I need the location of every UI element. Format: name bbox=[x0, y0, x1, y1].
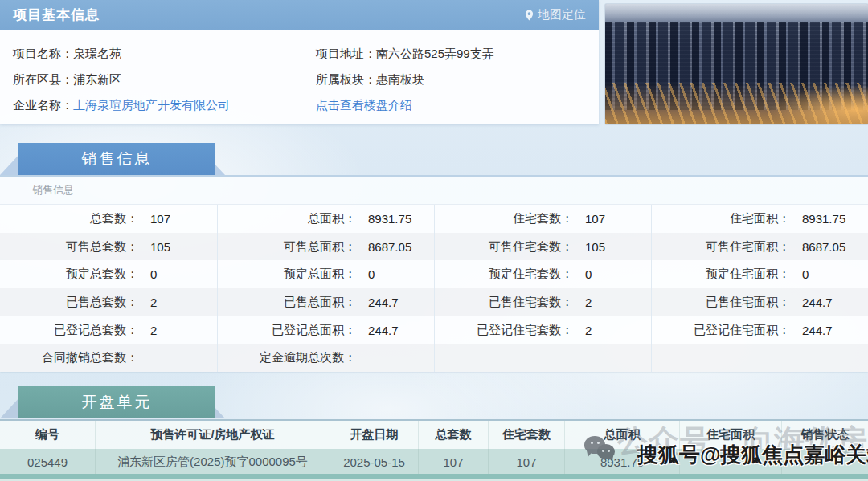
sales-cell: 可售总面积：8687.05 bbox=[217, 233, 434, 261]
cell-label: 可售总套数： bbox=[0, 239, 138, 255]
sales-cell: 预定住宅面积：0 bbox=[651, 260, 868, 288]
cell-value: 8931.75 bbox=[356, 212, 411, 226]
sales-cell: 可售总套数：105 bbox=[0, 233, 217, 261]
sales-cell bbox=[651, 344, 868, 372]
cell-label: 已登记总面积： bbox=[218, 323, 356, 338]
opening-units-section-tab[interactable]: 开盘单元 bbox=[0, 386, 225, 418]
cell-label: 定金逾期总次数： bbox=[218, 350, 356, 365]
cell-label: 已登记住宅面积： bbox=[652, 323, 790, 338]
sales-cell: 已登记总套数：2 bbox=[0, 316, 217, 344]
company-link[interactable]: 上海泉瑄房地产开发有限公司 bbox=[73, 98, 230, 113]
cell-open-date: 2025-05-15 bbox=[330, 449, 418, 475]
sales-cell bbox=[434, 344, 651, 372]
cell-permit: 浦东新区房管(2025)预字0000095号 bbox=[95, 449, 330, 475]
view-intro-link[interactable]: 点击查看楼盘介绍 bbox=[316, 98, 412, 113]
cell-label: 住宅面积： bbox=[652, 211, 790, 226]
city-night-photo bbox=[605, 4, 868, 124]
sales-cell: 已售总面积：244.7 bbox=[217, 288, 434, 316]
field-company: 企业名称： 上海泉瑄房地产开发有限公司 bbox=[13, 92, 301, 118]
cell-value: 0 bbox=[573, 267, 592, 281]
cell-value: 2 bbox=[138, 324, 157, 337]
field-intro: 点击查看楼盘介绍 bbox=[316, 92, 599, 118]
field-label: 企业名称： bbox=[13, 98, 73, 113]
cell-value: 107 bbox=[138, 212, 170, 226]
table-row: 已售总套数：2 已售总面积：244.7 已售住宅套数：2 已售住宅面积：244.… bbox=[0, 288, 868, 316]
cell-value: 107 bbox=[573, 212, 605, 226]
sales-cell: 预定住宅套数：0 bbox=[434, 260, 651, 288]
field-district: 所在区县： 浦东新区 bbox=[13, 67, 301, 92]
field-value: 浦东新区 bbox=[73, 72, 121, 88]
table-row: 合同撤销总套数： 定金逾期总次数： bbox=[0, 344, 868, 372]
cell-label: 已售总套数： bbox=[0, 295, 138, 310]
field-label: 项目地址： bbox=[316, 47, 376, 62]
cell-value: 8687.05 bbox=[356, 240, 411, 254]
project-info-body: 项目名称： 泉璟名苑 所在区县： 浦东新区 企业名称： 上海泉瑄房地产开发有限公… bbox=[0, 30, 599, 124]
sales-cell: 预定总套数：0 bbox=[0, 260, 217, 288]
cell-unit-no: 025449 bbox=[0, 449, 95, 475]
field-label: 所在区县： bbox=[13, 72, 73, 88]
map-locate-button[interactable]: 地图定位 bbox=[525, 7, 586, 22]
sales-cell: 已售住宅面积：244.7 bbox=[651, 288, 868, 316]
column-header: 总套数 bbox=[418, 421, 488, 449]
sales-cell: 已售住宅套数：2 bbox=[434, 288, 651, 316]
cell-label: 可售总面积： bbox=[218, 239, 356, 255]
cell-value: 0 bbox=[790, 267, 809, 281]
cell-value: 105 bbox=[138, 240, 170, 254]
sales-subheader: 销售信息 bbox=[0, 177, 868, 205]
cell-label: 预定住宅套数： bbox=[435, 267, 573, 282]
cell-value: 2 bbox=[573, 324, 592, 337]
sales-cell: 可售住宅面积：8687.05 bbox=[651, 233, 868, 261]
field-address: 项目地址： 南六公路525弄99支弄 bbox=[316, 41, 599, 67]
table-row: 总套数：107 总面积：8931.75 住宅套数：107 住宅面积：8931.7… bbox=[0, 205, 868, 233]
project-info-right-column: 项目地址： 南六公路525弄99支弄 所属板块： 惠南板块 点击查看楼盘介绍 bbox=[301, 30, 599, 124]
map-locate-label: 地图定位 bbox=[538, 7, 586, 22]
cell-label: 住宅套数： bbox=[435, 211, 573, 226]
project-info-left-column: 项目名称： 泉璟名苑 所在区县： 浦东新区 企业名称： 上海泉瑄房地产开发有限公… bbox=[0, 30, 301, 124]
cell-label: 已登记总套数： bbox=[0, 323, 138, 338]
cell-label: 已登记住宅套数： bbox=[435, 323, 573, 338]
sales-cell: 已登记总面积：244.7 bbox=[217, 316, 434, 344]
photo-street-lights bbox=[605, 83, 868, 124]
cell-label: 总套数： bbox=[0, 211, 138, 226]
sales-cell: 住宅面积：8931.75 bbox=[651, 205, 868, 233]
column-header: 开盘日期 bbox=[330, 421, 418, 449]
column-header: 编号 bbox=[0, 421, 95, 449]
cell-sale-status bbox=[781, 449, 868, 475]
cell-label: 合同撤销总套数： bbox=[0, 350, 138, 365]
cell-label: 预定总套数： bbox=[0, 267, 138, 282]
sales-info-table: 总套数：107 总面积：8931.75 住宅套数：107 住宅面积：8931.7… bbox=[0, 205, 868, 372]
sales-cell: 已售总套数：2 bbox=[0, 288, 217, 316]
cell-value: 0 bbox=[138, 267, 157, 281]
table-row: 预定总套数：0 预定总面积：0 预定住宅套数：0 预定住宅面积：0 bbox=[0, 260, 868, 288]
cell-label: 已售总面积： bbox=[218, 295, 356, 310]
cell-label: 预定总面积： bbox=[218, 267, 356, 282]
table-row: 可售总套数：105 可售总面积：8687.05 可售住宅套数：105 可售住宅面… bbox=[0, 233, 868, 261]
column-header: 总面积 bbox=[564, 421, 679, 449]
field-sector: 所属板块： 惠南板块 bbox=[316, 67, 599, 92]
column-header: 销售状态 bbox=[781, 421, 868, 449]
table-row: 已登记总套数：2 已登记总面积：244.7 已登记住宅套数：2 已登记住宅面积：… bbox=[0, 316, 868, 344]
sales-cell: 定金逾期总次数： bbox=[217, 344, 434, 372]
field-project-name: 项目名称： 泉璟名苑 bbox=[13, 41, 301, 67]
table-header-row: 编号 预售许可证/房地产权证 开盘日期 总套数 住宅套数 总面积 住宅面积 销售… bbox=[0, 419, 868, 449]
cell-label: 预定住宅面积： bbox=[652, 267, 790, 282]
cell-residential-units: 107 bbox=[488, 449, 564, 475]
sales-cell: 合同撤销总套数： bbox=[0, 344, 217, 372]
project-info-panel: 项目基本信息 地图定位 项目名称： 泉璟名苑 所在区县： 浦东新区 企业名 bbox=[0, 0, 599, 124]
sales-tab-label: 销售信息 bbox=[18, 143, 215, 175]
cell-value: 244.7 bbox=[356, 324, 399, 337]
sales-cell: 总面积：8931.75 bbox=[217, 205, 434, 233]
cell-residential-area bbox=[679, 449, 781, 475]
column-header: 住宅套数 bbox=[488, 421, 564, 449]
sales-cell: 已登记住宅面积：244.7 bbox=[651, 316, 868, 344]
field-label: 项目名称： bbox=[13, 47, 73, 62]
cell-value: 244.7 bbox=[790, 296, 833, 309]
field-value: 南六公路525弄99支弄 bbox=[376, 47, 494, 62]
sales-section-tab[interactable]: 销售信息 bbox=[0, 143, 225, 175]
cell-value: 2 bbox=[573, 296, 592, 309]
page: 项目基本信息 地图定位 项目名称： 泉璟名苑 所在区县： 浦东新区 企业名 bbox=[0, 0, 868, 481]
cell-label: 总面积： bbox=[218, 211, 356, 226]
table-row[interactable]: 025449 浦东新区房管(2025)预字0000095号 2025-05-15… bbox=[0, 449, 868, 475]
field-value: 惠南板块 bbox=[376, 72, 424, 88]
cell-total-units: 107 bbox=[418, 449, 488, 475]
